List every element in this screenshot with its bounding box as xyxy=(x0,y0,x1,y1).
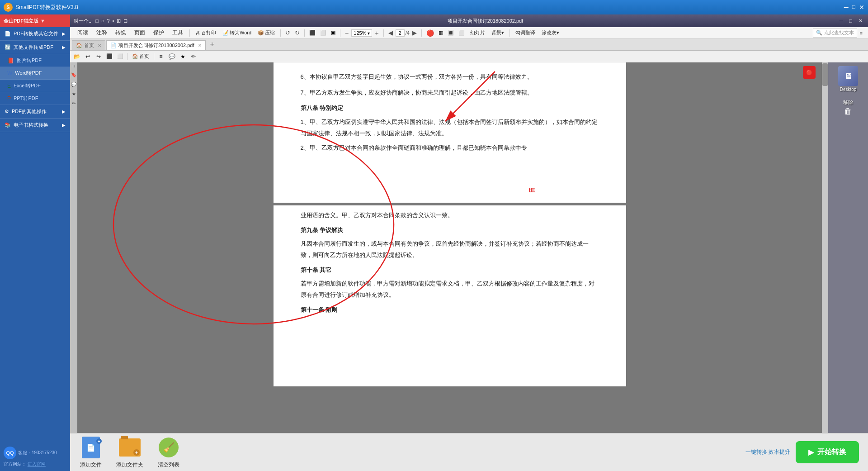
pdf-pages: 6、本协议自甲乙双方签字日起生效，协议一式两份，双方各持一份，具有同等法律效力。… xyxy=(77,62,822,433)
right-desktop-panel: 🖥 Desktop 移除 🗑 xyxy=(828,62,868,433)
text-annotation-te: tE xyxy=(529,186,535,194)
btn-redo2[interactable]: ↪ xyxy=(94,52,104,61)
panel-icon-2[interactable]: 🔖 xyxy=(71,72,76,77)
menu-tools[interactable]: 工具 xyxy=(169,28,187,38)
app-logo: S xyxy=(4,3,13,12)
btn-view1[interactable]: ⬛ xyxy=(307,29,317,37)
btn-view-light[interactable]: ⬜ xyxy=(115,52,125,61)
page-prev-btn[interactable]: ◀ xyxy=(387,29,395,37)
btn-select[interactable]: 🔳 xyxy=(446,29,456,37)
bottom-action-clear-list[interactable]: 🧹 清空列表 xyxy=(157,436,180,469)
sidebar-item-ppt-to-pdf[interactable]: P PPT转PDF xyxy=(0,92,70,105)
sidebar-website-link[interactable]: 进入官网 xyxy=(28,461,46,466)
btn-undo[interactable]: ↺ xyxy=(283,29,292,37)
zoom-display[interactable]: 125% ▾ xyxy=(351,29,372,37)
btn-favorite[interactable]: ★ xyxy=(178,52,188,61)
btn-view2[interactable]: ⬜ xyxy=(318,29,328,37)
sidebar-item-pdf-other-ops[interactable]: ⚙ PDF的其他操作 ▶ xyxy=(0,105,70,119)
red-marker-btn[interactable]: 🔴 xyxy=(803,66,816,79)
menu-protect[interactable]: 保护 xyxy=(150,28,168,38)
btn-erase[interactable]: 涂改灰▾ xyxy=(539,29,562,37)
btn-home[interactable]: 🏠 首页 xyxy=(129,52,152,61)
app-minimize-btn[interactable]: ─ xyxy=(844,4,849,11)
btn-translate[interactable]: 勾词翻译 xyxy=(513,29,538,37)
trash-icon: 🗑 xyxy=(844,107,852,116)
menu-annotate[interactable]: 注释 xyxy=(93,28,111,38)
section10-title: 第十条 其它 xyxy=(301,265,599,276)
pdf-page-top: 6、本协议自甲乙双方签字日起生效，协议一式两份，双方各持一份，具有同等法律效力。… xyxy=(274,62,626,203)
panel-icon-3[interactable]: 💬 xyxy=(71,82,76,87)
btn-view3[interactable]: ▣ xyxy=(329,29,337,37)
tab-pdf-close[interactable]: ✕ xyxy=(198,43,202,48)
menu-page[interactable]: 页面 xyxy=(131,28,149,38)
pdf-restore-btn[interactable]: □ xyxy=(847,18,854,24)
bottom-action-add-folder[interactable]: + 添加文件夹 xyxy=(116,436,143,469)
app-close-btn[interactable]: ✕ xyxy=(859,4,864,11)
section11-title: 第十一条 附则 xyxy=(301,304,599,316)
sidebar-brand: 金山PDF独立版 ▼ xyxy=(0,14,70,27)
menu-convert[interactable]: 转换 xyxy=(112,28,130,38)
desktop-icon-img: 🖥 xyxy=(838,66,858,86)
btn-slideshow[interactable]: 幻灯片 xyxy=(467,29,488,37)
menu-read[interactable]: 阅读 xyxy=(74,28,92,38)
panel-icon-5[interactable]: ✏ xyxy=(72,101,75,106)
btn-undo2[interactable]: ↩ xyxy=(83,52,93,61)
zoom-in-btn[interactable]: + xyxy=(373,29,380,38)
app-title: SmallPDF转换器软件V3.8 xyxy=(15,4,844,11)
btn-sidebar-toggle[interactable]: ≡ xyxy=(858,29,864,37)
tab-home[interactable]: 🏠 首页 ✕ xyxy=(72,40,105,50)
pdf-viewer: 叫一个... □ ○ ? • ⊞ ⊟ 项目开发合同修订2018082002.pd… xyxy=(70,14,868,471)
pdf-page-bottom: 业用语的含义。甲、乙双方对本合同条款的含义认识一致。 第九条 争议解决 凡因本合… xyxy=(274,205,626,386)
left-sidebar: 金山PDF独立版 ▼ 📄 PDF转换成其它文件 ▶ 🔄 其他文件转成PDF ▶ … xyxy=(0,14,70,471)
pdf-doc-title: 项目开发合同修订2018082002.pdf xyxy=(133,18,837,24)
tab-pdf-doc[interactable]: 📄 项目开发合同修订2018082002.pdf ✕ xyxy=(106,40,206,50)
app-titlebar: S SmallPDF转换器软件V3.8 ─ □ ✕ xyxy=(0,0,868,14)
btn-grid-view[interactable]: ▦ xyxy=(437,29,445,37)
btn-comment[interactable]: 💬 xyxy=(167,52,177,61)
sidebar-item-pdf-to-other[interactable]: 📄 PDF转换成其它文件 ▶ xyxy=(0,27,70,41)
btn-print[interactable]: 🖨 🖨打印 xyxy=(193,29,219,37)
pdf-titlebar: 叫一个... □ ○ ? • ⊞ ⊟ 项目开发合同修订2018082002.pd… xyxy=(70,14,868,27)
btn-red-mark[interactable]: 🔴 xyxy=(425,29,436,38)
desktop-icon[interactable]: 🖥 Desktop xyxy=(838,66,858,92)
bottom-bar: + 📄 添加文件 + 添加文件夹 xyxy=(70,433,868,471)
page-next-btn[interactable]: ▶ xyxy=(410,29,419,37)
page-number-input[interactable]: 2 xyxy=(396,29,405,37)
sidebar-item-excel-to-pdf[interactable]: E Excel转PDF xyxy=(0,80,70,92)
btn-view-dark[interactable]: ⬛ xyxy=(104,52,114,61)
btn-open-file[interactable]: 📂 xyxy=(72,52,82,61)
pdf-titlebar-extra: 叫一个... □ ○ ? • ⊞ ⊟ xyxy=(74,18,127,24)
sidebar-item-ebook-convert[interactable]: 📚 电子书格式转换 ▶ xyxy=(0,119,70,132)
section8-title: 第八条 特别约定 xyxy=(301,103,599,114)
tab-add-btn[interactable]: + xyxy=(207,38,218,50)
page-total: /4 xyxy=(406,30,410,36)
sidebar-item-other-to-pdf[interactable]: 🔄 其他文件转成PDF ▶ xyxy=(0,41,70,54)
sidebar-footer: QQ 客服：1933175230 官方网站： 进入官网 xyxy=(0,443,70,471)
pdf-toolbar2: 📂 ↩ ↪ ⬛ ⬜ 🏠 首页 ≡ 💬 ★ ✏ xyxy=(70,51,868,62)
scrollbar-thumb[interactable] xyxy=(822,63,828,86)
btn-to-word[interactable]: 📝 转为Word xyxy=(220,29,254,37)
panel-icon-1[interactable]: ≡ xyxy=(71,65,76,68)
btn-redo[interactable]: ↻ xyxy=(293,29,302,37)
sidebar-item-word-to-pdf[interactable]: W Word转PDF xyxy=(0,67,70,80)
sidebar-item-img-to-pdf[interactable]: 📕 图片转PDF xyxy=(0,54,70,67)
btn-edit[interactable]: ✏ xyxy=(189,52,198,61)
panel-icon-4[interactable]: ★ xyxy=(72,91,76,96)
zoom-out-btn[interactable]: − xyxy=(343,29,350,38)
btn-bg[interactable]: 背景▾ xyxy=(489,29,507,37)
pdf-scrollbar[interactable] xyxy=(822,62,828,433)
pdf-minimize-btn[interactable]: ─ xyxy=(838,18,845,24)
btn-compress[interactable]: 📦 压缩 xyxy=(255,29,278,37)
pdf-close-btn[interactable]: ✕ xyxy=(857,18,864,24)
btn-list-view[interactable]: ≡ xyxy=(156,52,166,61)
btn-full[interactable]: ⬜ xyxy=(457,29,467,37)
start-convert-btn[interactable]: ▶ 开始转换 xyxy=(796,441,859,463)
bottom-action-add-file[interactable]: + 📄 添加文件 xyxy=(79,436,103,469)
tab-home-close[interactable]: ✕ xyxy=(98,43,101,48)
pdf-left-panel: ≡ 🔖 💬 ★ ✏ xyxy=(70,62,77,433)
app-maximize-btn[interactable]: □ xyxy=(852,4,855,11)
section9-title: 第九条 争议解决 xyxy=(301,225,599,236)
search-box[interactable]: 🔍 点此查找文本 xyxy=(813,28,857,38)
pdf-menubar: 阅读 注释 转换 页面 保护 工具 🖨 🖨打印 📝 转为Word 📦 压缩 ↺ … xyxy=(70,27,868,39)
remove-area[interactable]: 移除 🗑 xyxy=(843,99,853,116)
